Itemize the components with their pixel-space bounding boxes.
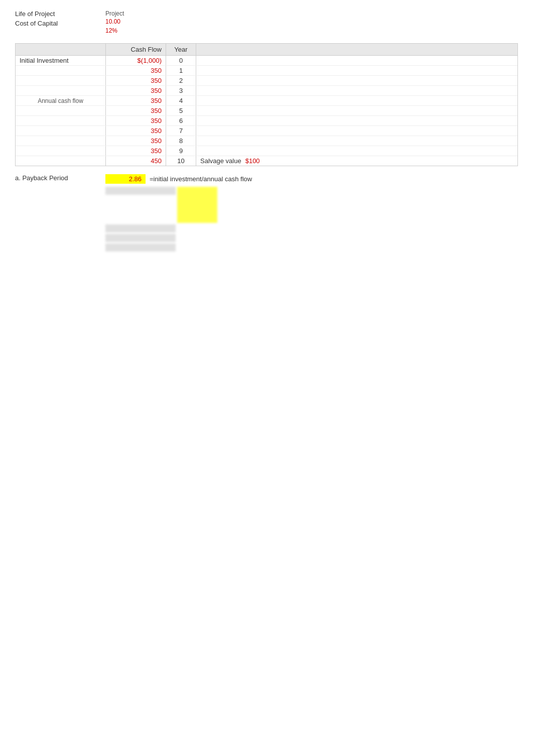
cashflow-table: Cash Flow Year Initial Investment $(1,00… [15,43,518,166]
annual-cashflow-row-6: 350 6 [16,116,517,126]
blurred-cell-4 [105,243,176,251]
life-of-project-label: Life of Project [15,10,55,18]
cost-value[interactable]: 12% [105,27,117,34]
annual-label-7 [16,126,106,136]
extra-2 [196,76,517,85]
header-extra [196,44,517,55]
annual-label-5 [16,106,106,115]
extra-0 [196,56,517,65]
cashflow-1[interactable]: 350 [106,66,166,75]
table-header: Cash Flow Year [16,44,517,56]
year-0: 0 [166,56,196,65]
project-header-label: Project [105,10,124,17]
salvage-label: Salvage value [200,157,241,165]
payback-section: a. Payback Period 2.86 =initial investme… [15,174,518,184]
year-1: 1 [166,66,196,75]
blurred-cell-3 [105,234,176,242]
blurred-left-spacer [15,187,105,251]
year-2: 2 [166,76,196,85]
cost-value-row: 12% [105,27,124,34]
cashflow-8[interactable]: 350 [106,136,166,146]
blurred-cells-area [15,187,518,251]
blurred-rows-group [105,187,217,251]
annual-cashflow-row-10: 450 10 Salvage value $100 [16,156,517,166]
annual-cashflow-row-1: 350 1 [16,66,517,76]
year-9: 9 [166,146,196,156]
extra-3 [196,86,517,95]
cashflow-9[interactable]: 350 [106,146,166,156]
salvage-value[interactable]: $100 [245,157,260,165]
cashflow-6[interactable]: 350 [106,116,166,125]
salvage-extra: Salvage value $100 [196,156,517,166]
year-5: 5 [166,106,196,115]
year-4: 4 [166,96,196,105]
year-6: 6 [166,116,196,125]
header-empty [16,44,106,55]
payback-label: a. Payback Period [15,174,105,182]
annual-label-8 [16,136,106,146]
annual-cashflow-row-2: 350 2 [16,76,517,86]
life-of-project-row: Life of Project [15,10,105,18]
initial-cashflow-value[interactable]: $(1,000) [106,56,166,65]
annual-label-2 [16,76,106,85]
initial-investment-row: Initial Investment $(1,000) 0 [16,56,517,66]
blurred-yellow-cell [177,187,217,223]
settings-values: Project 10.00 12% [105,10,124,36]
annual-cashflow-label: Annual cash flow [38,97,83,104]
header-cashflow: Cash Flow [106,44,166,55]
blurred-cell-1 [105,187,176,195]
cashflow-10[interactable]: 450 [106,156,166,166]
header-year: Year [166,44,196,55]
annual-label-10 [16,156,106,166]
annual-label-3 [16,86,106,95]
extra-9 [196,146,517,156]
settings-labels: Life of Project Cost of Capital [15,10,105,36]
annual-label-9 [16,146,106,156]
cashflow-3[interactable]: 350 [106,86,166,95]
annual-cashflow-row-7: 350 7 [16,126,517,136]
life-value[interactable]: 10.00 [105,18,120,25]
extra-6 [196,116,517,125]
payback-value[interactable]: 2.86 [105,174,146,184]
annual-cashflow-row-3: 350 3 [16,86,517,96]
project-settings: Life of Project Cost of Capital Project … [15,10,518,36]
cost-of-capital-label: Cost of Capital [15,20,58,27]
cashflow-5[interactable]: 350 [106,106,166,115]
extra-7 [196,126,517,136]
annual-label-4: Annual cash flow [16,96,106,105]
year-3: 3 [166,86,196,95]
annual-label-span [16,66,106,75]
cashflow-7[interactable]: 350 [106,126,166,136]
extra-4 [196,96,517,105]
blurred-cell-2 [105,224,176,232]
cashflow-4[interactable]: 350 [106,96,166,105]
life-value-row: 10.00 [105,18,124,25]
annual-cashflow-row-9: 350 9 [16,146,517,156]
year-10: 10 [166,156,196,166]
cashflow-2[interactable]: 350 [106,76,166,85]
annual-cashflow-row-4: Annual cash flow 350 4 [16,96,517,106]
annual-label-6 [16,116,106,125]
annual-cashflow-row-8: 350 8 [16,136,517,146]
extra-5 [196,106,517,115]
annual-cashflow-row-5: 350 5 [16,106,517,116]
extra-8 [196,136,517,146]
year-8: 8 [166,136,196,146]
initial-investment-label: Initial Investment [16,56,106,65]
payback-description: =initial investment/annual cash flow [146,174,256,184]
extra-1 [196,66,517,75]
cost-of-capital-row: Cost of Capital [15,20,105,27]
year-7: 7 [166,126,196,136]
